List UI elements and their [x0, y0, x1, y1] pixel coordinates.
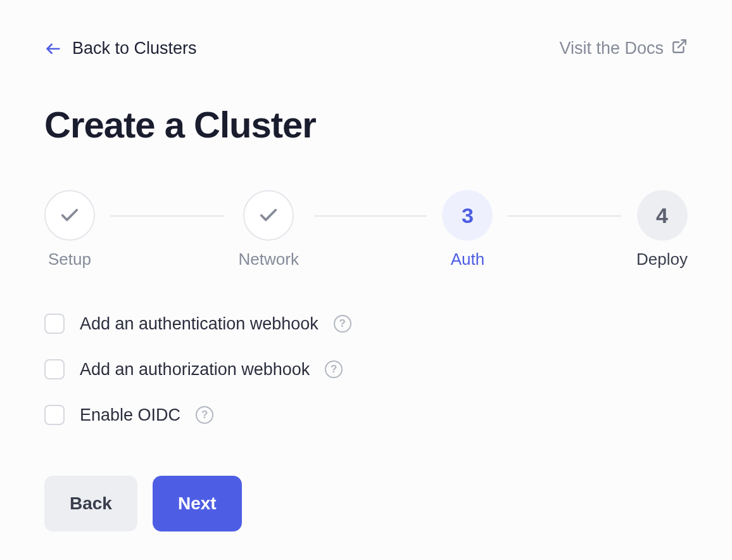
svg-line-1	[678, 40, 686, 48]
step-circle-deploy: 4	[637, 190, 688, 241]
step-connector	[508, 215, 621, 217]
option-authorization-webhook: Add an authorization webhook ?	[44, 359, 688, 379]
help-icon[interactable]: ?	[196, 406, 213, 424]
checkbox-enable-oidc[interactable]	[44, 405, 65, 425]
step-network[interactable]: Network	[239, 190, 299, 269]
checkbox-authorization-webhook[interactable]	[44, 359, 65, 379]
step-setup[interactable]: Setup	[44, 190, 95, 269]
option-enable-oidc: Enable OIDC ?	[44, 405, 688, 425]
option-authentication-webhook: Add an authentication webhook ?	[44, 314, 688, 334]
step-label-setup: Setup	[48, 250, 91, 269]
button-row: Back Next	[44, 476, 688, 531]
arrow-left-icon	[44, 40, 62, 58]
docs-link-label: Visit the Docs	[559, 39, 664, 58]
step-circle-auth: 3	[442, 190, 493, 241]
step-circle-setup	[44, 190, 95, 241]
step-circle-network	[243, 190, 294, 241]
step-auth[interactable]: 3 Auth	[442, 190, 493, 269]
visit-docs-link[interactable]: Visit the Docs	[559, 38, 688, 59]
page-title: Create a Cluster	[44, 103, 688, 146]
back-button[interactable]: Back	[44, 476, 137, 531]
checkbox-authentication-webhook[interactable]	[44, 314, 65, 334]
step-connector	[110, 215, 224, 217]
option-label: Add an authentication webhook	[80, 314, 319, 334]
stepper: Setup Network 3 Auth 4 Deploy	[44, 190, 688, 269]
step-deploy[interactable]: 4 Deploy	[636, 190, 688, 269]
help-icon[interactable]: ?	[334, 315, 351, 333]
back-link-label: Back to Clusters	[72, 39, 197, 58]
option-label: Enable OIDC	[80, 405, 180, 425]
option-label: Add an authorization webhook	[80, 360, 310, 379]
external-link-icon	[671, 38, 688, 59]
step-label-deploy: Deploy	[636, 250, 688, 269]
step-label-auth: Auth	[451, 250, 485, 269]
step-connector	[314, 215, 427, 217]
check-icon	[59, 205, 80, 226]
next-button[interactable]: Next	[153, 476, 242, 531]
help-icon[interactable]: ?	[325, 360, 343, 378]
auth-options: Add an authentication webhook ? Add an a…	[44, 314, 688, 425]
step-label-network: Network	[239, 250, 299, 269]
back-to-clusters-link[interactable]: Back to Clusters	[44, 39, 197, 58]
check-icon	[258, 205, 279, 226]
header-row: Back to Clusters Visit the Docs	[44, 38, 688, 59]
